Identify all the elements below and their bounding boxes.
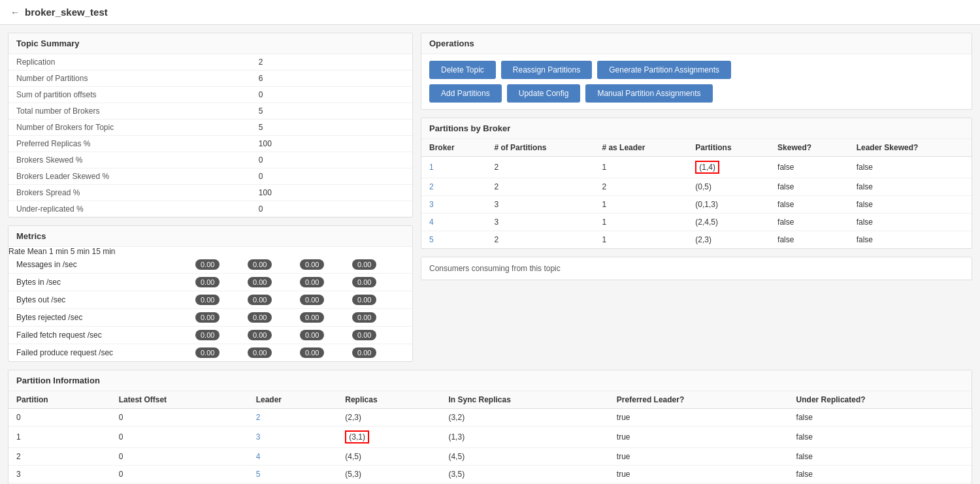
pi-insync: (1,3) bbox=[440, 427, 608, 448]
broker-skewed: false bbox=[770, 214, 849, 231]
topic-summary-row: Replication2 bbox=[8, 54, 412, 71]
broker-id[interactable]: 3 bbox=[421, 196, 486, 214]
pi-leader[interactable]: 3 bbox=[248, 427, 338, 448]
metric-5min: 0.00 bbox=[300, 330, 352, 340]
broker-as-leader: 1 bbox=[594, 196, 687, 214]
broker-id[interactable]: 4 bbox=[421, 214, 486, 231]
pi-leader[interactable]: 5 bbox=[248, 466, 338, 483]
broker-num-partitions: 2 bbox=[486, 157, 594, 178]
metrics-row: Failed fetch request /sec 0.00 0.00 0.00… bbox=[8, 327, 412, 344]
metric-label: Failed fetch request /sec bbox=[16, 331, 195, 340]
pi-under-replicated: false bbox=[789, 427, 972, 448]
pi-preferred-leader: true bbox=[609, 409, 789, 427]
partition-info-table: Partition Latest Offset Leader Replicas … bbox=[8, 391, 972, 484]
broker-num-partitions: 3 bbox=[486, 214, 594, 231]
metrics-col-mean: Mean bbox=[27, 247, 47, 256]
broker-partitions: (0,5) bbox=[687, 178, 770, 196]
broker-id[interactable]: 5 bbox=[421, 231, 486, 249]
broker-leader-skewed: false bbox=[849, 196, 972, 214]
delete-topic-button[interactable]: Delete Topic bbox=[429, 61, 496, 79]
summary-label: Number of Brokers for Topic bbox=[8, 120, 251, 136]
topic-summary-title: Topic Summary bbox=[8, 33, 412, 54]
partition-info-row: 2 0 4 (4,5) (4,5) true false bbox=[8, 448, 972, 466]
metric-1min: 0.00 bbox=[248, 347, 300, 358]
pi-latest-offset: 0 bbox=[111, 448, 248, 466]
broker-partitions: (2,4,5) bbox=[687, 214, 770, 231]
metric-label: Failed produce request /sec bbox=[16, 348, 195, 357]
broker-id[interactable]: 2 bbox=[421, 178, 486, 196]
broker-skewed: false bbox=[770, 178, 849, 196]
manual-partition-assignments-button[interactable]: Manual Partition Assignments bbox=[585, 84, 712, 103]
summary-value: 100 bbox=[251, 185, 412, 201]
broker-skewed: false bbox=[770, 231, 849, 249]
pi-col-latestoffset: Latest Offset bbox=[111, 391, 248, 409]
back-button[interactable]: ← bbox=[10, 7, 20, 18]
pi-partition: 3 bbox=[8, 466, 111, 483]
topic-summary-card: Topic Summary Replication2Number of Part… bbox=[8, 33, 413, 218]
pi-col-partition: Partition bbox=[8, 391, 111, 409]
metric-1min: 0.00 bbox=[248, 277, 300, 287]
consumers-card: Consumers consuming from this topic bbox=[421, 257, 972, 280]
pi-col-leader: Leader bbox=[248, 391, 338, 409]
topic-summary-row: Number of Partitions6 bbox=[8, 71, 412, 87]
pi-leader[interactable]: 2 bbox=[248, 409, 338, 427]
pi-partition: 2 bbox=[8, 448, 111, 466]
pi-preferred-leader: true bbox=[609, 448, 789, 466]
broker-table-header: Broker # of Partitions # as Leader Parti… bbox=[421, 139, 972, 157]
broker-as-leader: 1 bbox=[594, 231, 687, 249]
broker-col-leaderskewed: Leader Skewed? bbox=[849, 139, 972, 157]
metrics-row: Bytes rejected /sec 0.00 0.00 0.00 0.00 bbox=[8, 309, 412, 327]
broker-num-partitions: 2 bbox=[486, 231, 594, 249]
broker-id[interactable]: 1 bbox=[421, 157, 486, 178]
metrics-col-1min: 1 min bbox=[49, 247, 68, 256]
summary-value: 5 bbox=[251, 120, 412, 136]
metric-mean: 0.00 bbox=[195, 347, 248, 358]
right-panel: Operations Delete TopicReassign Partitio… bbox=[421, 33, 972, 280]
reassign-partitions-button[interactable]: Reassign Partitions bbox=[501, 61, 592, 79]
partitions-broker-table: Broker # of Partitions # as Leader Parti… bbox=[421, 139, 972, 248]
metric-mean: 0.00 bbox=[195, 259, 248, 270]
pi-insync: (4,5) bbox=[440, 448, 608, 466]
broker-leader-skewed: false bbox=[849, 157, 972, 178]
metrics-row: Bytes in /sec 0.00 0.00 0.00 0.00 bbox=[8, 274, 412, 291]
topic-summary-row: Brokers Skewed %0 bbox=[8, 152, 412, 169]
pi-replicas: (2,3) bbox=[337, 409, 440, 427]
topic-summary-row: Sum of partition offsets0 bbox=[8, 87, 412, 103]
summary-value: 5 bbox=[251, 103, 412, 120]
pi-latest-offset: 0 bbox=[111, 409, 248, 427]
partition-info-title: Partition Information bbox=[8, 370, 972, 391]
pi-col-replicas: Replicas bbox=[337, 391, 440, 409]
broker-col-broker: Broker bbox=[421, 139, 486, 157]
metrics-col-15min: 15 min bbox=[91, 247, 115, 256]
metric-5min: 0.00 bbox=[300, 312, 352, 323]
pi-replicas: (5,3) bbox=[337, 466, 440, 483]
metric-1min: 0.00 bbox=[248, 312, 300, 323]
pi-preferred-leader: true bbox=[609, 466, 789, 483]
broker-table-row: 3 3 1 (0,1,3) false false bbox=[421, 196, 972, 214]
broker-num-partitions: 2 bbox=[486, 178, 594, 196]
generate-partition-assignments-button[interactable]: Generate Partition Assignments bbox=[597, 61, 731, 79]
metric-15min: 0.00 bbox=[352, 312, 404, 323]
broker-partitions: (0,1,3) bbox=[687, 196, 770, 214]
broker-num-partitions: 3 bbox=[486, 196, 594, 214]
topic-summary-row: Under-replicated %0 bbox=[8, 201, 412, 218]
pi-partition: 1 bbox=[8, 427, 111, 448]
broker-col-asleader: # as Leader bbox=[594, 139, 687, 157]
metric-5min: 0.00 bbox=[300, 295, 352, 305]
summary-label: Replication bbox=[8, 54, 251, 71]
summary-label: Brokers Spread % bbox=[8, 185, 251, 201]
add-partitions-button[interactable]: Add Partitions bbox=[429, 84, 502, 103]
topic-summary-row: Preferred Replicas %100 bbox=[8, 136, 412, 152]
consumers-label: Consumers consuming from this topic bbox=[421, 257, 972, 280]
topic-summary-row: Brokers Spread %100 bbox=[8, 185, 412, 201]
metric-15min: 0.00 bbox=[352, 259, 404, 270]
metric-1min: 0.00 bbox=[248, 295, 300, 305]
update-config-button[interactable]: Update Config bbox=[507, 84, 581, 103]
broker-col-numpartitions: # of Partitions bbox=[486, 139, 594, 157]
pi-col-insync: In Sync Replicas bbox=[440, 391, 608, 409]
metrics-col-rate: Rate bbox=[8, 247, 25, 256]
broker-skewed: false bbox=[770, 196, 849, 214]
pi-leader[interactable]: 4 bbox=[248, 448, 338, 466]
metric-15min: 0.00 bbox=[352, 295, 404, 305]
metric-label: Bytes rejected /sec bbox=[16, 313, 195, 322]
